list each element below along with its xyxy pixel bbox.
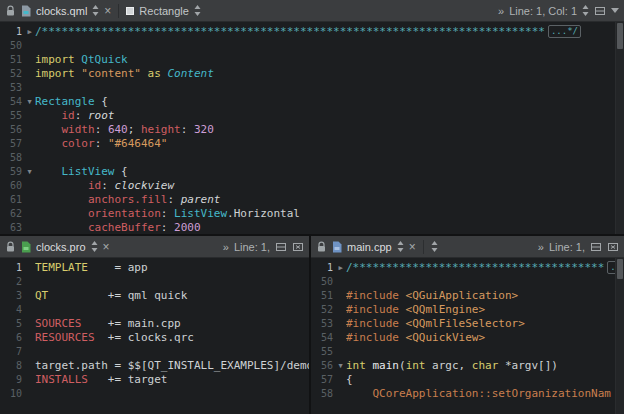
line-text[interactable]: QT += qml quick [35,289,309,303]
close-split-button[interactable] [292,241,304,253]
cpp-editor-scrollbar[interactable] [615,258,624,414]
close-document-button[interactable]: × [103,241,110,253]
fold-marker-icon[interactable]: ▶ [335,261,346,275]
code-line[interactable]: 1▶/*************************************… [311,261,624,275]
line-text[interactable]: /***************************************… [35,25,624,39]
code-line[interactable]: 50 [311,275,624,289]
code-line[interactable]: 58 [0,151,624,165]
line-text[interactable]: width: 640; height: 320 [35,123,624,137]
code-line[interactable]: 3QT += qml quick [0,289,309,303]
line-text[interactable]: TEMPLATE = app [35,261,309,275]
code-line[interactable]: 53#include <QQmlFileSelector> [311,317,624,331]
code-line[interactable]: 7 [0,345,309,359]
split-button[interactable] [594,5,606,17]
line-text[interactable] [35,303,309,317]
code-line[interactable]: 62 orientation: ListView.Horizontal [0,207,624,221]
line-text[interactable]: INSTALLS += target [35,373,309,387]
fold-marker-icon[interactable]: ▼ [24,95,35,109]
line-text[interactable] [35,387,309,401]
qml-editor-scrollbar[interactable] [615,22,624,234]
symbol-arrows-icon[interactable] [194,5,201,16]
document-name[interactable]: main.cpp [347,241,392,253]
line-text[interactable] [35,39,624,53]
code-line[interactable]: 52import "content" as Content [0,67,624,81]
document-name[interactable]: clocks.pro [36,241,86,253]
code-line[interactable]: 57{ [311,373,624,387]
code-line[interactable]: 50 [0,39,624,53]
line-text[interactable]: #include <QGuiApplication> [346,289,624,303]
line-text[interactable]: { [346,373,624,387]
cpp-editor-area[interactable]: 1▶/*************************************… [311,258,624,414]
qml-editor-area[interactable]: 1▶/*************************************… [0,22,624,234]
line-text[interactable]: int main(int argc, char *argv[]) [346,359,624,373]
scrollbar-thumb[interactable] [617,23,623,49]
overflow-chevron-icon[interactable]: » [223,241,229,253]
code-line[interactable]: 51import QtQuick [0,53,624,67]
line-text[interactable]: /**************************************.… [346,261,624,275]
split-button[interactable] [590,241,602,253]
code-line[interactable]: 58 QCoreApplication::setOrganizationNam [311,387,624,401]
code-line[interactable]: 54▼Rectangle { [0,95,624,109]
line-text[interactable]: orientation: ListView.Horizontal [35,207,624,221]
line-text[interactable]: id: clockview [35,179,624,193]
code-line[interactable]: 9INSTALLS += target [0,373,309,387]
line-text[interactable] [35,151,624,165]
code-line[interactable]: 63 cacheBuffer: 2000 [0,221,624,234]
line-text[interactable]: RESOURCES += clocks.qrc [35,331,309,345]
code-line[interactable]: 8target.path = $$[QT_INSTALL_EXAMPLES]/d… [0,359,309,373]
line-text[interactable]: Rectangle { [35,95,624,109]
document-switcher-arrows-icon[interactable] [91,241,98,252]
fold-marker-icon[interactable]: ▶ [24,25,35,39]
scrollbar-thumb[interactable] [617,259,623,279]
code-line[interactable]: 55 id: root [0,109,624,123]
code-line[interactable]: 52#include <QQmlEngine> [311,303,624,317]
line-text[interactable] [35,345,309,359]
code-line[interactable]: 6RESOURCES += clocks.qrc [0,331,309,345]
symbol-arrows-icon[interactable] [431,241,438,252]
code-line[interactable]: 5SOURCES += main.cpp [0,317,309,331]
line-text[interactable]: #include <QQmlFileSelector> [346,317,624,331]
code-line[interactable]: 51#include <QGuiApplication> [311,289,624,303]
fold-marker-icon[interactable]: ▼ [335,359,346,373]
code-line[interactable]: 54#include <QQuickView> [311,331,624,345]
code-line[interactable]: 56 width: 640; height: 320 [0,123,624,137]
code-line[interactable]: 10 [0,387,309,401]
code-line[interactable]: 53 [0,81,624,95]
split-menu-dropdown-icon[interactable] [611,8,619,13]
close-document-button[interactable]: × [409,241,416,253]
line-text[interactable]: #include <QQmlEngine> [346,303,624,317]
line-text[interactable]: color: "#646464" [35,137,624,151]
code-line[interactable]: 56▼int main(int argc, char *argv[]) [311,359,624,373]
code-line[interactable]: 61 anchors.fill: parent [0,193,624,207]
overflow-chevron-icon[interactable]: » [538,241,544,253]
line-text[interactable]: target.path = $$[QT_INSTALL_EXAMPLES]/de… [35,359,309,373]
code-line[interactable]: 59▼ ListView { [0,165,624,179]
code-line[interactable]: 60 id: clockview [0,179,624,193]
symbol-selector[interactable]: Rectangle [139,5,189,17]
document-switcher-arrows-icon[interactable] [397,241,404,252]
code-line[interactable]: 1▶/*************************************… [0,25,624,39]
line-text[interactable]: ListView { [35,165,624,179]
lock-icon[interactable] [5,241,16,253]
document-name[interactable]: clocks.qml [36,5,87,17]
overflow-chevron-icon[interactable]: » [498,5,504,17]
document-switcher-arrows-icon[interactable] [92,5,99,16]
code-line[interactable]: 55 [311,345,624,359]
split-button[interactable] [275,241,287,253]
line-text[interactable]: id: root [35,109,624,123]
line-text[interactable]: anchors.fill: parent [35,193,624,207]
line-text[interactable] [35,275,309,289]
line-text[interactable] [346,275,624,289]
code-line[interactable]: 4 [0,303,309,317]
code-line[interactable]: 2 [0,275,309,289]
line-text[interactable] [346,345,624,359]
line-text[interactable]: QCoreApplication::setOrganizationNam [346,387,624,401]
collapsed-fold-badge[interactable]: ...*/ [548,25,581,38]
code-line[interactable]: 1TEMPLATE = app [0,261,309,275]
editor-switch-arrows-icon[interactable] [582,5,589,16]
line-text[interactable] [35,81,624,95]
close-document-button[interactable]: × [104,5,111,17]
lock-icon[interactable] [5,5,16,17]
fold-marker-icon[interactable]: ▼ [24,165,35,179]
line-text[interactable]: cacheBuffer: 2000 [35,221,624,234]
